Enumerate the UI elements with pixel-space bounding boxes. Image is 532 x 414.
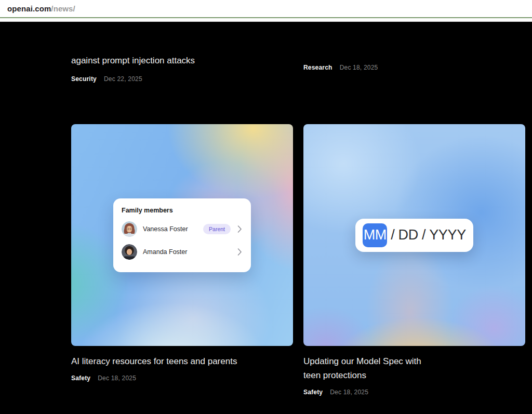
title-line: against prompt injection attacks	[71, 54, 293, 68]
category-label: Research	[303, 64, 332, 71]
family-members-panel: Family members	[113, 198, 251, 272]
date-label: Dec 22, 2025	[104, 75, 142, 83]
news-card-title[interactable]: Updating our Model Spec with teen protec…	[303, 354, 525, 382]
category-label: Security	[71, 75, 97, 83]
title-line: teen protections	[303, 368, 525, 382]
url-path[interactable]: /news/	[51, 4, 75, 13]
date-format-pill: MM / DD / YYYY	[355, 219, 473, 252]
news-page-content: Hardening ChatGPT Atlas against prompt i…	[0, 22, 532, 414]
day-placeholder: DD	[398, 227, 418, 243]
date-separator: /	[391, 227, 394, 243]
browser-viewport: openai.com/news/ Hardening ChatGPT Atlas…	[0, 0, 532, 414]
url-domain[interactable]: openai.com	[7, 4, 51, 13]
member-name: Vanessa Foster	[143, 225, 188, 233]
card-artwork-family-members[interactable]: Family members	[71, 124, 293, 346]
title-line: AI literacy resources for teens and pare…	[71, 354, 293, 368]
family-member-row: Vanessa Foster Parent	[122, 221, 243, 237]
date-label: Dec 18, 2025	[98, 375, 136, 382]
site-header-overlay	[0, 22, 532, 50]
title-line: Updating our Model Spec with	[303, 354, 525, 368]
news-card-model-spec[interactable]: MM / DD / YYYY Updating our Model Spec w…	[303, 124, 525, 396]
year-placeholder: YYYY	[429, 227, 466, 243]
news-card-meta: Security Dec 22, 2025	[71, 75, 293, 83]
card-artwork-date-format[interactable]: MM / DD / YYYY	[303, 124, 525, 346]
date-label: Dec 18, 2025	[340, 64, 378, 71]
chevron-right-icon	[237, 248, 242, 256]
family-members-heading: Family members	[122, 207, 243, 214]
news-card-ai-literacy[interactable]: Family members	[71, 124, 293, 382]
avatar	[122, 221, 137, 237]
news-card-meta: Safety Dec 18, 2025	[303, 389, 525, 396]
date-separator: /	[422, 227, 425, 243]
news-card-meta: Research Dec 18, 2025	[303, 64, 525, 71]
parent-badge: Parent	[203, 224, 231, 234]
url-bar-bottom-edge	[0, 18, 532, 22]
category-label: Safety	[303, 389, 323, 396]
category-label: Safety	[71, 375, 90, 382]
date-label: Dec 18, 2025	[330, 389, 368, 396]
avatar	[122, 244, 137, 260]
news-card-meta: Safety Dec 18, 2025	[71, 375, 293, 382]
news-card-title[interactable]: AI literacy resources for teens and pare…	[71, 354, 293, 368]
member-name: Amanda Foster	[143, 248, 187, 256]
chevron-right-icon	[237, 225, 242, 233]
url-bar[interactable]: openai.com/news/	[0, 0, 532, 17]
family-member-row: Amanda Foster	[122, 244, 243, 260]
month-placeholder-box: MM	[363, 223, 387, 247]
